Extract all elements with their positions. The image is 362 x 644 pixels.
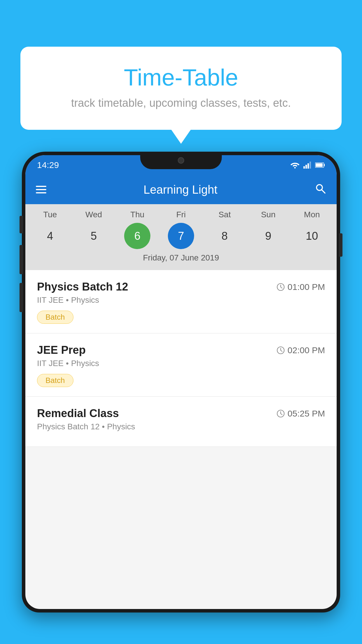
day-header-label: Sat [212, 210, 238, 219]
hamburger-menu-button[interactable] [36, 186, 46, 193]
svg-point-0 [294, 167, 296, 169]
selected-date-label: Friday, 07 June 2019 [25, 249, 337, 267]
search-icon[interactable] [314, 183, 326, 197]
day-number[interactable]: 5 [81, 223, 107, 249]
app-toolbar: Learning Light [25, 175, 337, 204]
batch-badge: Batch [37, 311, 73, 324]
svg-line-18 [281, 414, 282, 415]
bubble-title: Time-Table [44, 64, 318, 91]
power-button [339, 233, 342, 257]
hamburger-line-3 [36, 192, 46, 193]
class-list-item[interactable]: Physics Batch 12 01:00 PM IIT JEE • Phys… [25, 270, 337, 333]
day-headers: TueWedThuFriSatSunMon [25, 210, 337, 219]
day-number[interactable]: 6 [124, 223, 150, 249]
day-header-label: Thu [124, 210, 150, 219]
phone-frame: 14:29 [22, 152, 340, 612]
svg-line-12 [281, 287, 282, 288]
class-list-item[interactable]: Remedial Class 05:25 PM Physics Batch 12… [25, 397, 337, 447]
svg-line-9 [321, 190, 325, 193]
speech-bubble: Time-Table track timetable, upcoming cla… [20, 47, 342, 130]
class-list: Physics Batch 12 01:00 PM IIT JEE • Phys… [25, 270, 337, 447]
day-header-label: Wed [81, 210, 107, 219]
status-time: 14:29 [37, 160, 59, 170]
class-item-top: Remedial Class 05:25 PM [37, 407, 325, 420]
svg-rect-2 [305, 165, 307, 169]
class-subject: Physics Batch 12 • Physics [37, 422, 325, 431]
clock-icon [277, 283, 285, 291]
day-number[interactable]: 7 [168, 223, 194, 249]
day-number[interactable]: 9 [255, 223, 281, 249]
svg-rect-6 [324, 164, 325, 166]
svg-rect-1 [303, 166, 305, 169]
class-time: 01:00 PM [277, 282, 325, 292]
day-header-label: Tue [37, 210, 63, 219]
day-numbers: 45678910 [25, 223, 337, 249]
day-header-label: Mon [299, 210, 325, 219]
volume-down-button [20, 283, 23, 312]
day-number[interactable]: 10 [299, 223, 325, 249]
day-number[interactable]: 4 [37, 223, 63, 249]
clock-icon [277, 346, 285, 354]
phone-screen: 14:29 [25, 155, 337, 609]
class-item-top: Physics Batch 12 01:00 PM [37, 281, 325, 293]
svg-rect-3 [307, 163, 309, 169]
wifi-icon [290, 162, 300, 169]
front-camera [178, 157, 184, 164]
phone-container: 14:29 [22, 152, 340, 644]
class-subject: IIT JEE • Physics [37, 359, 325, 368]
class-item-top: JEE Prep 02:00 PM [37, 344, 325, 356]
battery-icon [315, 162, 325, 168]
status-icons [290, 162, 325, 169]
speech-bubble-container: Time-Table track timetable, upcoming cla… [20, 47, 342, 130]
toolbar-title: Learning Light [46, 183, 314, 196]
day-header-label: Fri [168, 210, 194, 219]
calendar-strip: TueWedThuFriSatSunMon 45678910 Friday, 0… [25, 204, 337, 270]
svg-rect-4 [310, 162, 311, 169]
hamburger-line-2 [36, 189, 46, 190]
phone-notch [140, 152, 222, 169]
class-time: 05:25 PM [277, 409, 325, 419]
day-number[interactable]: 8 [212, 223, 238, 249]
day-header-label: Sun [255, 210, 281, 219]
silent-button [20, 216, 23, 233]
svg-rect-7 [316, 163, 323, 167]
class-name: JEE Prep [37, 344, 86, 356]
clock-icon [277, 410, 285, 418]
signal-icon [303, 162, 312, 169]
svg-line-15 [281, 350, 282, 351]
batch-badge: Batch [37, 374, 73, 387]
volume-up-button [20, 245, 23, 274]
class-name: Remedial Class [37, 407, 119, 420]
hamburger-line-1 [36, 186, 46, 187]
class-time: 02:00 PM [277, 345, 325, 355]
class-subject: IIT JEE • Physics [37, 295, 325, 305]
bubble-subtitle: track timetable, upcoming classes, tests… [44, 97, 318, 109]
class-name: Physics Batch 12 [37, 281, 128, 293]
class-list-item[interactable]: JEE Prep 02:00 PM IIT JEE • Physics Batc… [25, 333, 337, 397]
